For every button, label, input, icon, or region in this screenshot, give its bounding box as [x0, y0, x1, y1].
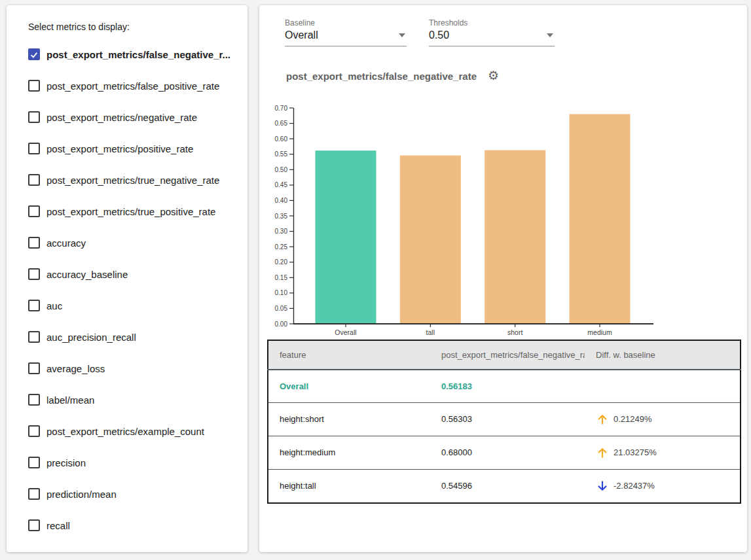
diff-value: 21.03275% [614, 447, 657, 457]
bar-tall[interactable] [400, 156, 461, 324]
y-tick-label: 0.15 [275, 274, 288, 281]
metric-checkbox-item[interactable]: average_loss [28, 360, 234, 376]
checkbox-unchecked-icon[interactable] [28, 80, 40, 92]
y-tick-label: 0.55 [275, 150, 288, 158]
y-tick-label: 0.25 [275, 243, 288, 251]
column-header-metric: post_export_metrics/false_negative_rat..… [430, 340, 585, 370]
y-tick-label: 0.05 [275, 305, 288, 312]
y-tick-label: 0.65 [275, 120, 288, 127]
column-header-feature: feature [268, 340, 430, 370]
metric-checkbox-item[interactable]: recall [28, 517, 234, 533]
diff-value: 0.21249% [614, 414, 652, 424]
y-tick-label: 0.45 [275, 181, 288, 188]
y-tick-label: 0.40 [275, 197, 288, 204]
thresholds-dropdown[interactable]: Thresholds 0.50 [429, 18, 555, 46]
metric-checkbox-item[interactable]: prediction/mean [28, 486, 234, 502]
baseline-dropdown-label: Baseline [285, 18, 407, 27]
metric-label: post_export_metrics/negative_rate [46, 112, 197, 123]
metrics-table-wrap: feature post_export_metrics/false_negati… [267, 340, 740, 504]
diff-cell: -2.82437% [585, 469, 741, 503]
y-tick-label: 0.35 [275, 213, 288, 220]
metric-checkbox-item[interactable]: post_export_metrics/false_negative_r... [28, 46, 234, 62]
x-tick-label: tall [426, 328, 435, 336]
metric-value-cell: 0.68000 [430, 436, 585, 469]
metric-value-cell: 0.56303 [430, 402, 585, 436]
arrow-down-icon [596, 480, 609, 493]
table-header-row: feature post_export_metrics/false_negati… [268, 340, 741, 370]
metric-label: post_export_metrics/true_positive_rate [46, 206, 215, 217]
metric-label: post_export_metrics/example_count [46, 426, 204, 437]
thresholds-dropdown-value: 0.50 [429, 29, 449, 41]
bar-short[interactable] [485, 150, 545, 324]
metric-checkbox-item[interactable]: auc_precision_recall [28, 329, 234, 345]
metric-checkbox-item[interactable]: post_export_metrics/false_positive_rate [28, 78, 234, 94]
checkbox-unchecked-icon[interactable] [28, 331, 40, 343]
checkbox-unchecked-icon[interactable] [28, 519, 40, 531]
checkbox-unchecked-icon[interactable] [28, 362, 40, 374]
metric-label: post_export_metrics/false_negative_r... [46, 49, 230, 60]
metric-checkbox-item[interactable]: post_export_metrics/true_positive_rate [28, 203, 234, 219]
metric-checkbox-item[interactable]: post_export_metrics/positive_rate [28, 141, 234, 156]
metric-value-cell: 0.54596 [430, 469, 585, 503]
metric-checkbox-item[interactable]: precision [28, 455, 234, 470]
checkbox-unchecked-icon[interactable] [28, 143, 40, 154]
checkbox-unchecked-icon[interactable] [28, 457, 40, 468]
metric-checkbox-item[interactable]: post_export_metrics/true_negative_rate [28, 172, 234, 188]
metric-label: average_loss [46, 363, 105, 374]
y-tick-label: 0.70 [275, 105, 288, 112]
y-tick-label: 0.10 [275, 289, 288, 296]
checkbox-unchecked-icon[interactable] [28, 174, 40, 186]
metric-label: auc [46, 300, 62, 311]
diff-value: -2.82437% [614, 481, 655, 491]
metric-label: accuracy [46, 237, 86, 249]
metric-checkbox-item[interactable]: post_export_metrics/negative_rate [28, 109, 234, 125]
chart-title-row: post_export_metrics/false_negative_rate … [286, 70, 747, 82]
checkbox-unchecked-icon[interactable] [28, 300, 40, 311]
checkbox-unchecked-icon[interactable] [28, 488, 40, 500]
metric-label: auc_precision_recall [46, 332, 136, 343]
checkbox-unchecked-icon[interactable] [28, 394, 40, 406]
metrics-panel: Baseline Overall Thresholds 0.50 post_ex… [259, 5, 747, 552]
checkbox-unchecked-icon[interactable] [28, 268, 40, 280]
arrow-up-icon [596, 446, 609, 459]
chevron-down-icon [547, 33, 553, 37]
metric-value-cell: 0.56183 [430, 370, 585, 402]
table-row: height:tall0.54596-2.82437% [268, 469, 741, 503]
table-row: height:medium0.6800021.03275% [268, 436, 741, 469]
metric-checkbox-item[interactable]: accuracy [28, 235, 234, 251]
x-tick-label: medium [587, 328, 612, 336]
metric-label: accuracy_baseline [46, 269, 128, 280]
metric-checkbox-item[interactable]: accuracy_baseline [28, 266, 234, 282]
metric-label: prediction/mean [46, 489, 117, 500]
baseline-dropdown-value: Overall [285, 29, 318, 41]
x-tick-label: short [507, 328, 522, 336]
bar-Overall[interactable] [316, 150, 376, 324]
metric-list: post_export_metrics/false_negative_r...p… [28, 46, 234, 533]
gear-icon[interactable]: ⚙ [488, 70, 499, 82]
chart-title: post_export_metrics/false_negative_rate [286, 71, 477, 82]
metric-label: post_export_metrics/positive_rate [46, 143, 193, 154]
column-header-diff: Diff. w. baseline [585, 340, 741, 370]
metric-selector-panel: Select metrics to display: post_export_m… [7, 5, 247, 552]
x-tick-label: Overall [335, 328, 356, 336]
metric-checkbox-item[interactable]: label/mean [28, 392, 234, 408]
checkbox-checked-icon[interactable] [28, 48, 40, 60]
y-tick-label: 0.60 [275, 135, 288, 143]
checkbox-unchecked-icon[interactable] [28, 425, 40, 437]
table-row: Overall0.56183 [268, 370, 741, 402]
y-tick-label: 0.30 [275, 228, 288, 235]
metric-checkbox-item[interactable]: post_export_metrics/example_count [28, 423, 234, 439]
baseline-dropdown[interactable]: Baseline Overall [285, 18, 407, 46]
metric-label: post_export_metrics/false_positive_rate [46, 80, 219, 92]
diff-cell: 0.21249% [585, 402, 741, 436]
bar-medium[interactable] [569, 114, 630, 324]
metric-label: precision [46, 457, 86, 468]
checkbox-unchecked-icon[interactable] [28, 111, 40, 123]
feature-cell: height:short [268, 402, 430, 436]
metric-checkbox-item[interactable]: auc [28, 298, 234, 313]
checkbox-unchecked-icon[interactable] [28, 205, 40, 217]
bar-chart: 0.000.050.100.150.200.250.300.350.400.45… [267, 102, 673, 339]
checkbox-unchecked-icon[interactable] [28, 237, 40, 249]
chevron-down-icon [399, 33, 405, 37]
arrow-up-icon [596, 413, 609, 426]
